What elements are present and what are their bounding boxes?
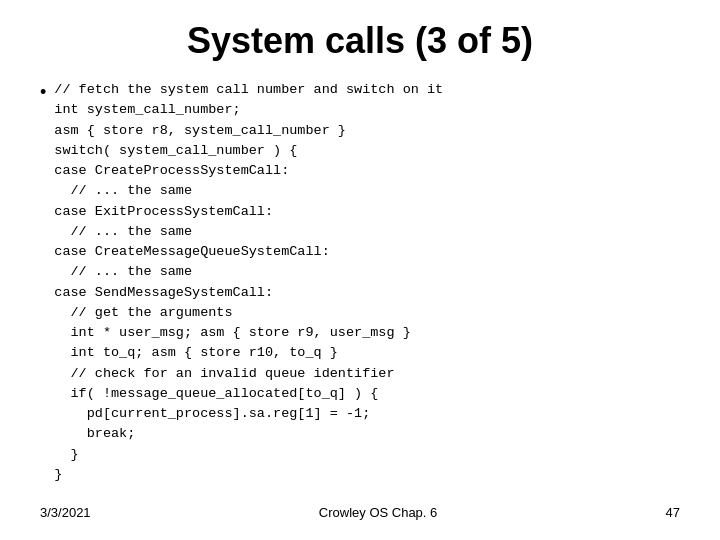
slide-footer: 3/3/2021 Crowley OS Chap. 6 47 [40, 495, 680, 520]
code-block: // fetch the system call number and swit… [54, 80, 443, 485]
slide-container: System calls (3 of 5) • // fetch the sys… [0, 0, 720, 540]
bullet-point: • [40, 82, 46, 103]
footer-page-number: 47 [666, 505, 680, 520]
footer-date: 3/3/2021 [40, 505, 91, 520]
footer-center: Crowley OS Chap. 6 [319, 505, 438, 520]
slide-title: System calls (3 of 5) [40, 20, 680, 62]
slide-content: • // fetch the system call number and sw… [40, 80, 680, 495]
